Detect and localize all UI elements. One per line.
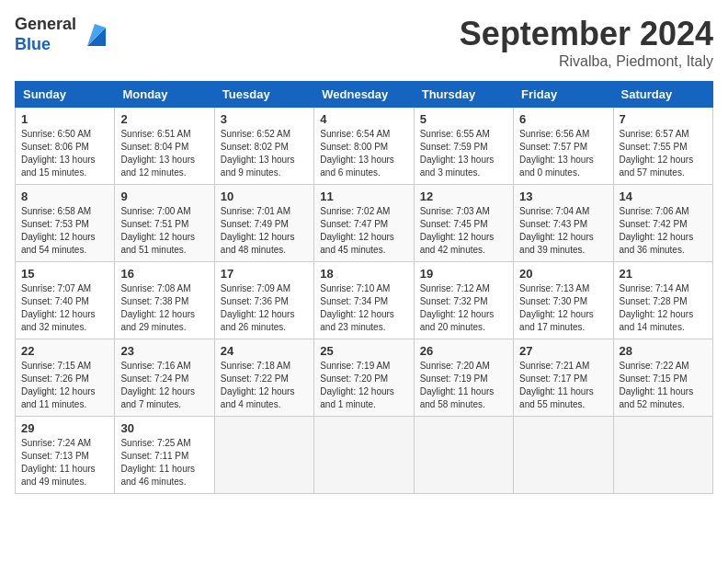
day-number: 4	[320, 112, 407, 126]
day-info: Sunrise: 7:21 AM Sunset: 7:17 PM Dayligh…	[519, 360, 607, 411]
day-info: Sunrise: 7:08 AM Sunset: 7:38 PM Dayligh…	[120, 282, 208, 334]
day-number: 24	[221, 344, 308, 358]
day-number: 20	[519, 267, 607, 281]
day-info: Sunrise: 7:15 AM Sunset: 7:26 PM Dayligh…	[21, 360, 108, 411]
table-row: 10Sunrise: 7:01 AM Sunset: 7:49 PM Dayli…	[214, 185, 313, 262]
location-subtitle: Rivalba, Piedmont, Italy	[460, 53, 713, 70]
day-info: Sunrise: 6:54 AM Sunset: 8:00 PM Dayligh…	[320, 128, 407, 179]
day-info: Sunrise: 7:13 AM Sunset: 7:30 PM Dayligh…	[519, 282, 607, 334]
table-row: 29Sunrise: 7:24 AM Sunset: 7:13 PM Dayli…	[16, 417, 115, 494]
day-number: 6	[519, 112, 607, 126]
day-number: 19	[420, 267, 507, 281]
day-info: Sunrise: 7:12 AM Sunset: 7:32 PM Dayligh…	[420, 282, 507, 334]
day-number: 27	[519, 344, 607, 358]
day-info: Sunrise: 7:25 AM Sunset: 7:11 PM Dayligh…	[120, 437, 208, 488]
day-info: Sunrise: 6:55 AM Sunset: 7:59 PM Dayligh…	[420, 128, 507, 179]
table-row: 26Sunrise: 7:20 AM Sunset: 7:19 PM Dayli…	[414, 339, 513, 417]
day-info: Sunrise: 6:56 AM Sunset: 7:57 PM Dayligh…	[519, 128, 607, 179]
calendar-header-row: Sunday Monday Tuesday Wednesday Thursday…	[16, 82, 713, 108]
table-row: 15Sunrise: 7:07 AM Sunset: 7:40 PM Dayli…	[16, 262, 115, 339]
col-wednesday: Wednesday	[314, 82, 414, 108]
table-row: 19Sunrise: 7:12 AM Sunset: 7:32 PM Dayli…	[414, 262, 513, 339]
day-number: 7	[620, 112, 707, 126]
col-tuesday: Tuesday	[214, 82, 313, 108]
day-number: 13	[519, 190, 607, 203]
day-number: 1	[21, 112, 108, 126]
day-info: Sunrise: 7:03 AM Sunset: 7:45 PM Dayligh…	[420, 205, 507, 257]
day-number: 23	[120, 344, 208, 358]
table-row: 5Sunrise: 6:55 AM Sunset: 7:59 PM Daylig…	[414, 108, 513, 185]
table-row: 4Sunrise: 6:54 AM Sunset: 8:00 PM Daylig…	[314, 108, 414, 185]
table-row: 2Sunrise: 6:51 AM Sunset: 8:04 PM Daylig…	[115, 108, 214, 185]
day-number: 21	[620, 267, 707, 281]
day-number: 15	[21, 267, 108, 281]
day-number: 12	[420, 190, 507, 203]
table-row	[214, 417, 313, 494]
calendar-week-row: 15Sunrise: 7:07 AM Sunset: 7:40 PM Dayli…	[16, 262, 713, 339]
day-number: 9	[120, 190, 208, 203]
day-info: Sunrise: 7:24 AM Sunset: 7:13 PM Dayligh…	[21, 437, 108, 488]
day-info: Sunrise: 7:00 AM Sunset: 7:51 PM Dayligh…	[120, 205, 208, 257]
table-row: 3Sunrise: 6:52 AM Sunset: 8:02 PM Daylig…	[214, 108, 313, 185]
calendar-week-row: 22Sunrise: 7:15 AM Sunset: 7:26 PM Dayli…	[16, 339, 713, 417]
table-row: 16Sunrise: 7:08 AM Sunset: 7:38 PM Dayli…	[115, 262, 214, 339]
table-row: 25Sunrise: 7:19 AM Sunset: 7:20 PM Dayli…	[314, 339, 414, 417]
day-number: 8	[21, 190, 108, 203]
calendar-table: Sunday Monday Tuesday Wednesday Thursday…	[15, 81, 713, 494]
calendar-week-row: 29Sunrise: 7:24 AM Sunset: 7:13 PM Dayli…	[16, 417, 713, 494]
day-number: 28	[620, 344, 707, 358]
day-info: Sunrise: 7:14 AM Sunset: 7:28 PM Dayligh…	[620, 282, 707, 334]
table-row: 11Sunrise: 7:02 AM Sunset: 7:47 PM Dayli…	[314, 185, 414, 262]
day-info: Sunrise: 7:09 AM Sunset: 7:36 PM Dayligh…	[221, 282, 308, 334]
table-row: 18Sunrise: 7:10 AM Sunset: 7:34 PM Dayli…	[314, 262, 414, 339]
day-number: 26	[420, 344, 507, 358]
day-info: Sunrise: 6:51 AM Sunset: 8:04 PM Dayligh…	[120, 128, 208, 179]
day-number: 25	[320, 344, 407, 358]
table-row: 23Sunrise: 7:16 AM Sunset: 7:24 PM Dayli…	[115, 339, 214, 417]
day-info: Sunrise: 7:01 AM Sunset: 7:49 PM Dayligh…	[221, 205, 308, 257]
table-row: 24Sunrise: 7:18 AM Sunset: 7:22 PM Dayli…	[214, 339, 313, 417]
col-friday: Friday	[514, 82, 613, 108]
day-info: Sunrise: 7:10 AM Sunset: 7:34 PM Dayligh…	[320, 282, 407, 334]
logo-general: General	[15, 15, 76, 33]
day-info: Sunrise: 6:52 AM Sunset: 8:02 PM Dayligh…	[221, 128, 308, 179]
col-thursday: Thursday	[414, 82, 513, 108]
table-row	[314, 417, 414, 494]
day-info: Sunrise: 7:04 AM Sunset: 7:43 PM Dayligh…	[519, 205, 607, 257]
col-monday: Monday	[115, 82, 214, 108]
day-number: 22	[21, 344, 108, 358]
day-info: Sunrise: 7:18 AM Sunset: 7:22 PM Dayligh…	[221, 360, 308, 411]
table-row: 8Sunrise: 6:58 AM Sunset: 7:53 PM Daylig…	[16, 185, 115, 262]
day-number: 5	[420, 112, 507, 126]
day-info: Sunrise: 6:57 AM Sunset: 7:55 PM Dayligh…	[620, 128, 707, 179]
month-title: September 2024	[460, 15, 713, 53]
day-number: 11	[320, 190, 407, 203]
day-number: 18	[320, 267, 407, 281]
table-row	[414, 417, 513, 494]
day-info: Sunrise: 7:20 AM Sunset: 7:19 PM Dayligh…	[420, 360, 507, 411]
table-row: 22Sunrise: 7:15 AM Sunset: 7:26 PM Dayli…	[16, 339, 115, 417]
table-row	[613, 417, 712, 494]
table-row: 27Sunrise: 7:21 AM Sunset: 7:17 PM Dayli…	[514, 339, 613, 417]
table-row: 7Sunrise: 6:57 AM Sunset: 7:55 PM Daylig…	[613, 108, 712, 185]
calendar-week-row: 8Sunrise: 6:58 AM Sunset: 7:53 PM Daylig…	[16, 185, 713, 262]
day-number: 17	[221, 267, 308, 281]
day-info: Sunrise: 7:22 AM Sunset: 7:15 PM Dayligh…	[620, 360, 707, 411]
table-row: 6Sunrise: 6:56 AM Sunset: 7:57 PM Daylig…	[514, 108, 613, 185]
day-info: Sunrise: 7:02 AM Sunset: 7:47 PM Dayligh…	[320, 205, 407, 257]
day-number: 14	[620, 190, 707, 203]
col-saturday: Saturday	[613, 82, 712, 108]
day-number: 30	[120, 421, 208, 435]
day-info: Sunrise: 7:19 AM Sunset: 7:20 PM Dayligh…	[320, 360, 407, 411]
table-row: 21Sunrise: 7:14 AM Sunset: 7:28 PM Dayli…	[613, 262, 712, 339]
table-row	[514, 417, 613, 494]
table-row: 20Sunrise: 7:13 AM Sunset: 7:30 PM Dayli…	[514, 262, 613, 339]
table-row: 14Sunrise: 7:06 AM Sunset: 7:42 PM Dayli…	[613, 185, 712, 262]
table-row: 17Sunrise: 7:09 AM Sunset: 7:36 PM Dayli…	[214, 262, 313, 339]
page-header: General Blue September 2024 Rivalba, Pie…	[15, 15, 713, 70]
logo-icon	[80, 20, 109, 50]
day-info: Sunrise: 6:50 AM Sunset: 8:06 PM Dayligh…	[21, 128, 108, 179]
table-row: 28Sunrise: 7:22 AM Sunset: 7:15 PM Dayli…	[613, 339, 712, 417]
day-info: Sunrise: 6:58 AM Sunset: 7:53 PM Dayligh…	[21, 205, 108, 257]
day-number: 10	[221, 190, 308, 203]
